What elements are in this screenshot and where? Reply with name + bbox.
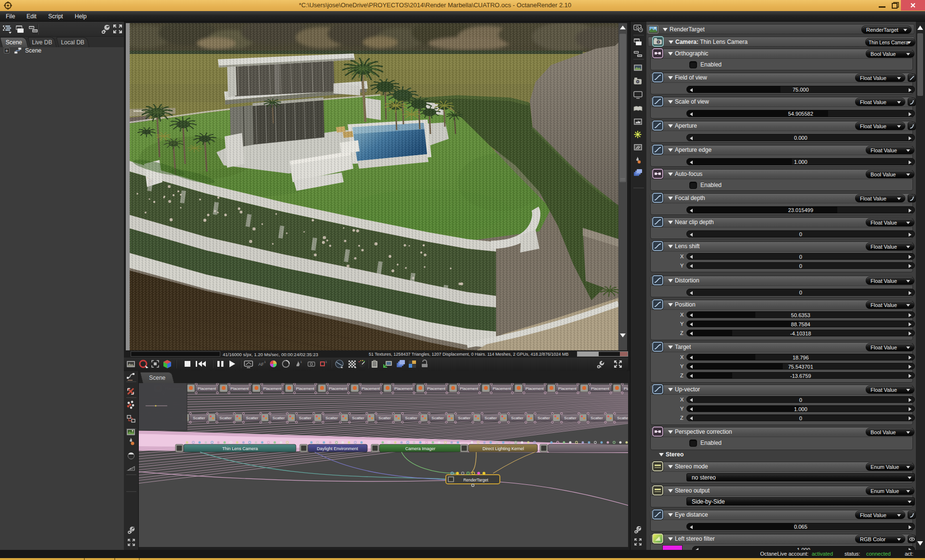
- svg-text:Placement: Placement: [493, 387, 511, 391]
- svg-text:Scatter: Scatter: [299, 416, 311, 420]
- svg-text:Scatter: Scatter: [193, 416, 205, 420]
- svg-text:AF: AF: [258, 362, 264, 367]
- svg-text:1: 1: [264, 360, 266, 363]
- svg-text:Placement: Placement: [525, 387, 544, 391]
- svg-text:Scatter: Scatter: [511, 416, 523, 420]
- svg-text:Scatter: Scatter: [219, 416, 232, 420]
- svg-text:Scatter: Scatter: [617, 416, 628, 420]
- svg-text:Placement: Placement: [427, 387, 446, 391]
- svg-text:Placement: Placement: [394, 387, 413, 391]
- svg-text:Scatter: Scatter: [484, 416, 497, 420]
- svg-text:Placement: Placement: [460, 387, 479, 391]
- svg-text:Thin Lens Camera: Thin Lens Camera: [222, 446, 258, 451]
- svg-text:Placement: Placement: [329, 387, 348, 391]
- svg-text:Scatter: Scatter: [431, 416, 444, 420]
- svg-text:Placement: Placement: [230, 387, 249, 391]
- svg-text:Camera Imager: Camera Imager: [405, 446, 436, 451]
- svg-text:Placement: Placement: [591, 387, 610, 391]
- svg-text:Placement: Placement: [558, 387, 577, 391]
- svg-text:Placement: Placement: [296, 387, 315, 391]
- svg-text:Scatter: Scatter: [272, 416, 285, 420]
- svg-text:Placement: Placement: [198, 387, 216, 391]
- svg-text:Placement: Placement: [624, 387, 628, 391]
- svg-text:Scatter: Scatter: [378, 416, 391, 420]
- svg-text:Direct Lighting Kernel: Direct Lighting Kernel: [483, 446, 524, 451]
- svg-text:Placement: Placement: [263, 387, 282, 391]
- svg-text:1: 1: [325, 360, 327, 363]
- svg-text:Scatter: Scatter: [590, 416, 603, 420]
- svg-text:Placement: Placement: [362, 387, 380, 391]
- svg-text:Scatter: Scatter: [352, 416, 364, 420]
- svg-text:Scatter: Scatter: [458, 416, 470, 420]
- svg-text:Daylight Environment: Daylight Environment: [317, 446, 358, 451]
- svg-text:Scatter: Scatter: [537, 416, 550, 420]
- svg-text:1: 1: [300, 360, 302, 363]
- svg-text:Scatter: Scatter: [405, 416, 417, 420]
- svg-text:Scatter: Scatter: [325, 416, 338, 420]
- svg-text:Scatter: Scatter: [564, 416, 576, 420]
- svg-text:RenderTarget: RenderTarget: [463, 478, 488, 482]
- svg-text:Scatter: Scatter: [246, 416, 258, 420]
